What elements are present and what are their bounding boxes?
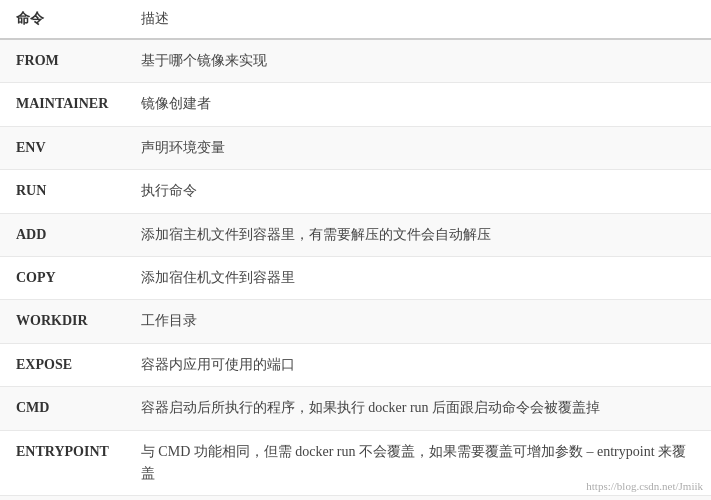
command-cell: MAINTAINER — [0, 83, 125, 126]
command-cell: FROM — [0, 39, 125, 83]
table-row: EXPOSE容器内应用可使用的端口 — [0, 343, 711, 386]
table-row: ENV声明环境变量 — [0, 126, 711, 169]
description-cell: 容器内应用可使用的端口 — [125, 343, 711, 386]
main-table-container: 命令 描述 FROM基于哪个镜像来实现MAINTAINER镜像创建者ENV声明环… — [0, 0, 711, 500]
description-cell: 声明环境变量 — [125, 126, 711, 169]
command-cell: COPY — [0, 256, 125, 299]
table-row: VOLUME数据卷，将宿主机的目录映射到容器中的目录 — [0, 496, 711, 500]
description-cell: 容器启动后所执行的程序，如果执行 docker run 后面跟启动命令会被覆盖掉 — [125, 387, 711, 430]
command-cell: EXPOSE — [0, 343, 125, 386]
command-header: 命令 — [0, 0, 125, 39]
command-cell: ENTRYPOINT — [0, 430, 125, 496]
command-cell: ADD — [0, 213, 125, 256]
table-row: ADD添加宿主机文件到容器里，有需要解压的文件会自动解压 — [0, 213, 711, 256]
description-cell: 添加宿住机文件到容器里 — [125, 256, 711, 299]
description-header: 描述 — [125, 0, 711, 39]
watermark: https://blog.csdn.net/Jmiik — [586, 480, 703, 492]
commands-table: 命令 描述 FROM基于哪个镜像来实现MAINTAINER镜像创建者ENV声明环… — [0, 0, 711, 500]
table-row: MAINTAINER镜像创建者 — [0, 83, 711, 126]
description-cell: 工作目录 — [125, 300, 711, 343]
table-row: COPY添加宿住机文件到容器里 — [0, 256, 711, 299]
description-cell: 基于哪个镜像来实现 — [125, 39, 711, 83]
table-row: RUN执行命令 — [0, 170, 711, 213]
table-row: CMD容器启动后所执行的程序，如果执行 docker run 后面跟启动命令会被… — [0, 387, 711, 430]
description-cell: 添加宿主机文件到容器里，有需要解压的文件会自动解压 — [125, 213, 711, 256]
command-cell: VOLUME — [0, 496, 125, 500]
table-row: WORKDIR工作目录 — [0, 300, 711, 343]
table-row: FROM基于哪个镜像来实现 — [0, 39, 711, 83]
command-cell: ENV — [0, 126, 125, 169]
command-cell: CMD — [0, 387, 125, 430]
description-cell: 执行命令 — [125, 170, 711, 213]
command-cell: WORKDIR — [0, 300, 125, 343]
description-cell: 数据卷，将宿主机的目录映射到容器中的目录 — [125, 496, 711, 500]
command-cell: RUN — [0, 170, 125, 213]
description-cell: 镜像创建者 — [125, 83, 711, 126]
table-header-row: 命令 描述 — [0, 0, 711, 39]
